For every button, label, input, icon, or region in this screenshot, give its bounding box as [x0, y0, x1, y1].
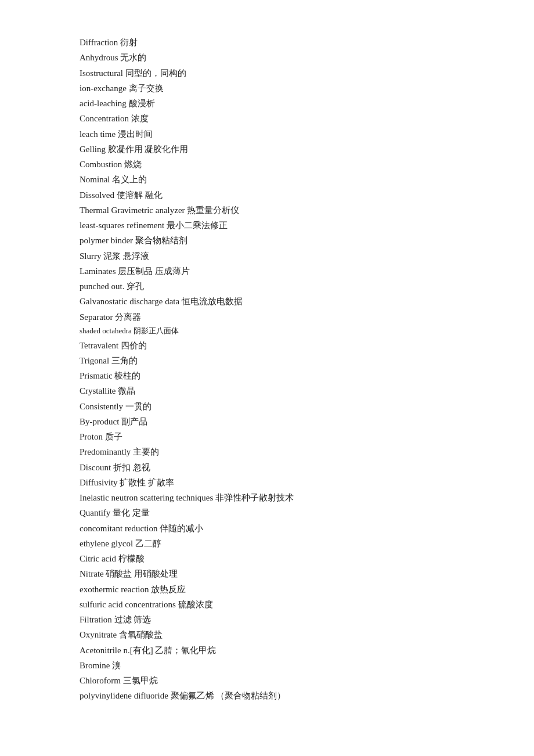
list-item: Prismatic 棱柱的 [80, 368, 454, 383]
list-item: Nominal 名义上的 [80, 172, 454, 187]
list-item: Discount 折扣 忽视 [80, 460, 454, 475]
list-item: Oxynitrate 含氧硝酸盐 [80, 627, 454, 642]
list-item: Citric acid 柠檬酸 [80, 551, 454, 566]
list-item: acid-leaching 酸浸析 [80, 96, 454, 111]
list-item: Slurry 泥浆 悬浮液 [80, 249, 454, 264]
list-item: Acetonitrile n.[有化] 乙腈；氰化甲烷 [80, 643, 454, 658]
list-item: By-product 副产品 [80, 414, 454, 429]
list-item: least-squares refinement 最小二乘法修正 [80, 218, 454, 233]
list-item: Bromine 溴 [80, 658, 454, 673]
list-item: exothermic reaction 放热反应 [80, 582, 454, 597]
list-item: leach time 浸出时间 [80, 127, 454, 142]
list-item: Gelling 胶凝作用 凝胶化作用 [80, 142, 454, 157]
list-item: shaded octahedra 阴影正八面体 [80, 325, 454, 338]
list-item: Diffraction 衍射 [80, 35, 454, 50]
list-item: Galvanostatic discharge data 恒电流放电数据 [80, 294, 454, 309]
list-item: polyvinylidene difluoride 聚偏氟乙烯 （聚合物粘结剂） [80, 688, 454, 703]
list-item: Isostructural 同型的，同构的 [80, 66, 454, 81]
list-item: Consistently 一贯的 [80, 399, 454, 414]
list-item: Dissolved 使溶解 融化 [80, 188, 454, 203]
list-item: Thermal Gravimetric analyzer 热重量分析仪 [80, 203, 454, 218]
list-item: Concentration 浓度 [80, 111, 454, 126]
list-item: ion-exchange 离子交换 [80, 81, 454, 96]
list-item: Tetravalent 四价的 [80, 338, 454, 353]
list-item: Diffusivity 扩散性 扩散率 [80, 475, 454, 490]
list-item: Trigonal 三角的 [80, 353, 454, 368]
list-item: Separator 分离器 [80, 309, 454, 325]
list-item: Anhydrous 无水的 [80, 50, 454, 65]
list-item: Filtration 过滤 筛选 [80, 612, 454, 627]
list-item: Predominantly 主要的 [80, 444, 454, 459]
vocabulary-list: Diffraction 衍射Anhydrous 无水的Isostructural… [80, 35, 454, 704]
list-item: Laminates 层压制品 压成薄片 [80, 264, 454, 279]
list-item: concomitant reduction 伴随的减小 [80, 521, 454, 536]
list-item: Crystallite 微晶 [80, 383, 454, 398]
list-item: Chloroform 三氯甲烷 [80, 673, 454, 688]
list-item: polymer binder 聚合物粘结剂 [80, 233, 454, 248]
list-item: Quantify 量化 定量 [80, 505, 454, 520]
list-item: punched out. 穿孔 [80, 279, 454, 294]
list-item: Combustion 燃烧 [80, 157, 454, 172]
list-item: sulfuric acid concentrations 硫酸浓度 [80, 597, 454, 612]
list-item: ethylene glycol 乙二醇 [80, 536, 454, 551]
list-item: Inelastic neutron scattering techniques … [80, 490, 454, 505]
list-item: Nitrate 硝酸盐 用硝酸处理 [80, 566, 454, 581]
list-item: Proton 质子 [80, 429, 454, 444]
